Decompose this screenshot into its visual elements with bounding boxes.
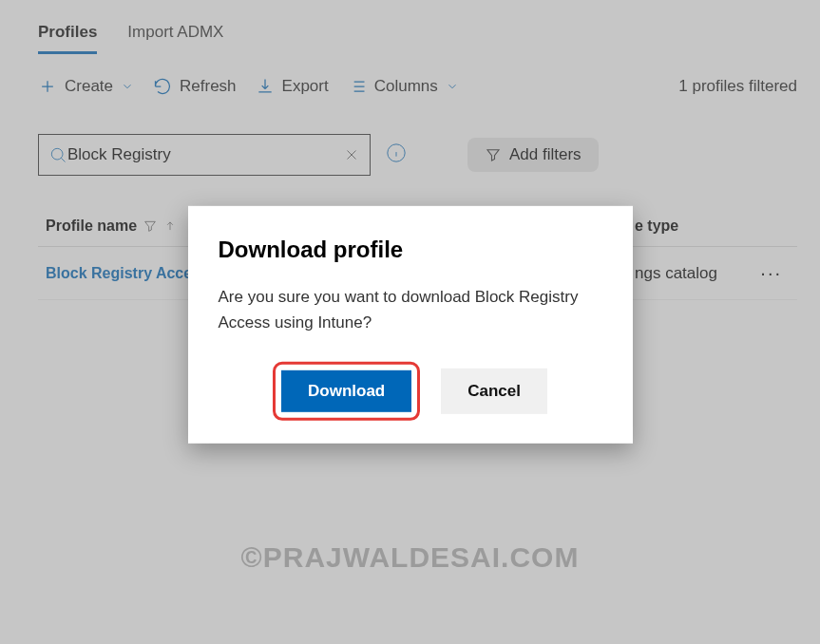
download-dialog: Download profile Are you sure you want t… [188,206,633,444]
download-button[interactable]: Download [281,370,411,412]
dialog-body: Are you sure you want to download Block … [219,284,602,335]
highlight-annotation: Download [273,362,420,421]
dialog-buttons: Download Cancel [219,362,602,421]
cancel-button[interactable]: Cancel [441,369,547,414]
dialog-title: Download profile [219,237,602,263]
